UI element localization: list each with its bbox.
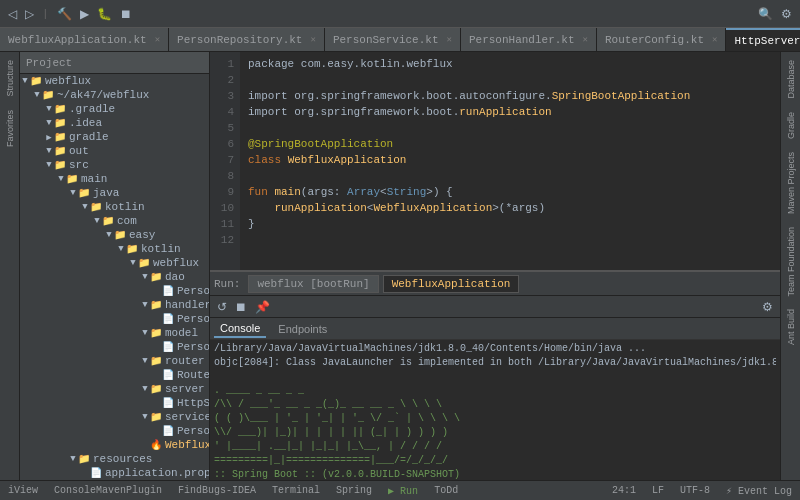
- event-log[interactable]: ⚡ Event Log: [722, 485, 796, 497]
- tree-item[interactable]: ▼📁handler: [20, 298, 209, 312]
- tab-label: PersonHandler.kt: [469, 34, 575, 46]
- code-line: }: [248, 216, 772, 232]
- tree-item[interactable]: ▼📁out: [20, 144, 209, 158]
- tree-label: com: [117, 215, 137, 227]
- tab-webfluxapplication[interactable]: WebfluxApplication.kt ✕: [0, 28, 169, 51]
- tree-item[interactable]: ▼📁service: [20, 410, 209, 424]
- endpoints-tab[interactable]: Endpoints: [272, 321, 333, 337]
- console-tab[interactable]: Console: [214, 320, 266, 338]
- tab-close-icon[interactable]: ✕: [712, 34, 717, 45]
- tab-close-icon[interactable]: ✕: [447, 34, 452, 45]
- tree-arrow: ▼: [44, 104, 54, 114]
- tree-item[interactable]: 📄PersonService: [20, 424, 209, 438]
- status-terminal[interactable]: Terminal: [268, 485, 324, 496]
- tree-icon: 📁: [126, 243, 138, 255]
- search-btn[interactable]: 🔍: [754, 5, 777, 23]
- tree-item[interactable]: 📄Person: [20, 340, 209, 354]
- gradle-strip-btn[interactable]: Gradle: [784, 106, 798, 145]
- tree-item[interactable]: ▼📁easy: [20, 228, 209, 242]
- back-btn[interactable]: ◁: [4, 5, 21, 23]
- tree-item[interactable]: 🔥WebfluxApplication.k...: [20, 438, 209, 452]
- line-number: 10: [216, 200, 234, 216]
- tree-item[interactable]: ▼📁router: [20, 354, 209, 368]
- settings-btn[interactable]: ⚙: [777, 5, 796, 23]
- sidebar-content[interactable]: ▼📁webflux▼📁~/ak47/webflux▼📁.gradle▼📁.ide…: [20, 74, 209, 480]
- database-strip-btn[interactable]: Database: [784, 54, 798, 105]
- tree-icon: 📁: [54, 131, 66, 143]
- tree-item[interactable]: ▼📁com: [20, 214, 209, 228]
- tab-routerconfig[interactable]: RouterConfig.kt ✕: [597, 28, 726, 51]
- console-line: :: Spring Boot :: (v2.0.0.BUILD-SNAPSHOT…: [214, 468, 776, 480]
- tree-icon: 📁: [150, 383, 162, 395]
- todo-btn[interactable]: ToDd: [430, 485, 462, 496]
- tree-arrow: ▼: [140, 384, 150, 394]
- line-number: 8: [216, 168, 234, 184]
- tree-item[interactable]: 📄RouterConfig: [20, 368, 209, 382]
- status-iview[interactable]: iView: [4, 485, 42, 496]
- tree-item[interactable]: ▼📁.gradle: [20, 102, 209, 116]
- encoding[interactable]: UTF-8: [676, 485, 714, 496]
- tree-icon: 📄: [162, 313, 174, 325]
- tree-label: PersonService: [177, 425, 209, 437]
- tree-item[interactable]: ▼📁server: [20, 382, 209, 396]
- structure-strip-btn[interactable]: Structure: [3, 54, 17, 103]
- stop-run-btn[interactable]: ⏹: [232, 299, 250, 315]
- tree-item[interactable]: ▼📁resources: [20, 452, 209, 466]
- tab-close-icon[interactable]: ✕: [583, 34, 588, 45]
- tree-item[interactable]: ▼📁.idea: [20, 116, 209, 130]
- status-spring[interactable]: Spring: [332, 485, 376, 496]
- tree-icon: 📁: [54, 145, 66, 157]
- ant-build-strip-btn[interactable]: Ant Build: [784, 303, 798, 351]
- settings-run-btn[interactable]: ⚙: [759, 299, 776, 315]
- line-ending[interactable]: LF: [648, 485, 668, 496]
- tab-close-icon[interactable]: ✕: [155, 34, 160, 45]
- tab-close-icon[interactable]: ✕: [310, 34, 315, 45]
- tree-item[interactable]: 📄application.properties: [20, 466, 209, 480]
- team-foundation-strip-btn[interactable]: Team Foundation: [784, 221, 798, 303]
- tree-item[interactable]: ▶📁gradle: [20, 130, 209, 144]
- status-findbugs[interactable]: FindBugs-IDEA: [174, 485, 260, 496]
- tree-item[interactable]: ▼📁webflux: [20, 74, 209, 88]
- tree-icon: 📁: [54, 159, 66, 171]
- tree-item[interactable]: 📄PersonHandler: [20, 312, 209, 326]
- forward-btn[interactable]: ▷: [21, 5, 38, 23]
- code-editor[interactable]: 123456789101112 package com.easy.kotlin.…: [210, 52, 780, 270]
- tree-item[interactable]: 📄HttpServerConfig: [20, 396, 209, 410]
- console-line: ' |____| .__|_| |_|_| |_\__, | / / / /: [214, 440, 776, 454]
- pin-btn[interactable]: 📌: [252, 299, 273, 315]
- restart-btn[interactable]: ↺: [214, 299, 230, 315]
- tab-personrepository[interactable]: PersonRepository.kt ✕: [169, 28, 325, 51]
- favorites-strip-btn[interactable]: Favorites: [3, 104, 17, 153]
- tree-item[interactable]: ▼📁webflux: [20, 256, 209, 270]
- tab-personhandler[interactable]: PersonHandler.kt ✕: [461, 28, 597, 51]
- tree-item[interactable]: ▼📁main: [20, 172, 209, 186]
- tree-item[interactable]: ▼📁src: [20, 158, 209, 172]
- tree-item[interactable]: 📄PersonRepository: [20, 284, 209, 298]
- debug-btn[interactable]: 🐛: [93, 5, 116, 23]
- run-btn[interactable]: ▶: [76, 5, 93, 23]
- run-tab-webfluxapp[interactable]: WebfluxApplication: [383, 275, 520, 293]
- tab-httpserverconfig[interactable]: HttpServerConfig.kt ✕: [726, 28, 800, 51]
- tree-item[interactable]: ▼📁kotlin: [20, 242, 209, 256]
- tree-item[interactable]: ▼📁~/ak47/webflux: [20, 88, 209, 102]
- tree-item[interactable]: ▼📁model: [20, 326, 209, 340]
- status-consolemaven[interactable]: ConsoleMavenPlugin: [50, 485, 166, 496]
- console-line: =========|_|==============|___/=/_/_/_/: [214, 454, 776, 468]
- run-tab-bootrun[interactable]: webflux [bootRun]: [248, 275, 378, 293]
- tree-label: kotlin: [105, 201, 145, 213]
- tab-personservice[interactable]: PersonService.kt ✕: [325, 28, 461, 51]
- code-text[interactable]: package com.easy.kotlin.webflux import o…: [240, 52, 780, 270]
- run-action-btn[interactable]: ▶ Run: [384, 485, 422, 497]
- project-sidebar: Project ▼📁webflux▼📁~/ak47/webflux▼📁.grad…: [20, 52, 210, 480]
- tree-label: .gradle: [69, 103, 115, 115]
- tree-item[interactable]: ▼📁kotlin: [20, 200, 209, 214]
- stop-btn[interactable]: ⏹: [116, 5, 136, 23]
- maven-strip-btn[interactable]: Maven Projects: [784, 146, 798, 220]
- tree-arrow: ▼: [32, 90, 42, 100]
- tree-item[interactable]: ▼📁dao: [20, 270, 209, 284]
- tree-icon: 📄: [162, 425, 174, 437]
- left-sidebar-strip: Structure Favorites: [0, 52, 20, 480]
- tree-item[interactable]: ▼📁java: [20, 186, 209, 200]
- tree-arrow: ▼: [44, 146, 54, 156]
- build-btn[interactable]: 🔨: [53, 5, 76, 23]
